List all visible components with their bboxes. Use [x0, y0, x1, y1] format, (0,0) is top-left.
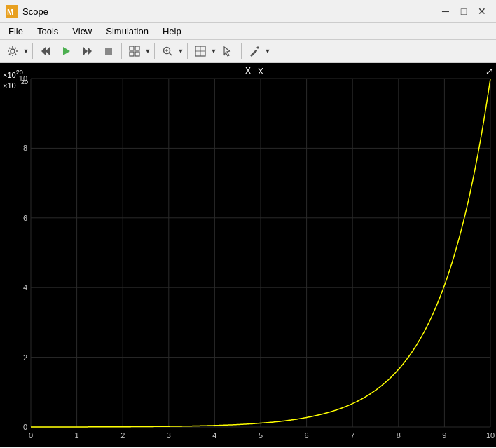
- rewind-button[interactable]: [36, 42, 55, 60]
- menu-bar: File Tools View Simulation Help: [0, 23, 496, 40]
- step-forward-icon: [82, 46, 93, 56]
- svg-point-2: [11, 49, 15, 53]
- stop-icon: [104, 46, 113, 56]
- svg-rect-9: [130, 46, 134, 50]
- stop-button[interactable]: [99, 42, 118, 60]
- window-title: Scope: [22, 6, 48, 17]
- svg-marker-7: [88, 47, 92, 55]
- edit-icon: [249, 46, 260, 57]
- signal-selector-button[interactable]: [125, 42, 144, 60]
- zoom-dropdown-arrow[interactable]: ▼: [177, 42, 184, 60]
- scale-icon: [195, 46, 206, 57]
- zoom-group: ▼: [158, 42, 184, 60]
- edit-group: ▼: [244, 42, 271, 60]
- menu-tools[interactable]: Tools: [32, 25, 64, 38]
- toolbar: ▼ ▼: [0, 40, 496, 63]
- svg-rect-10: [135, 46, 139, 50]
- edit-dropdown-arrow[interactable]: ▼: [264, 42, 271, 60]
- separator-5: [241, 43, 242, 59]
- menu-file[interactable]: File: [3, 25, 29, 38]
- play-icon: [61, 46, 72, 56]
- zoom-button[interactable]: [158, 42, 177, 60]
- scale-button[interactable]: [191, 42, 210, 60]
- settings-dropdown-arrow[interactable]: ▼: [22, 42, 29, 60]
- cursor-button[interactable]: [219, 42, 238, 60]
- title-bar: M Scope ─ □ ✕: [0, 0, 496, 23]
- svg-marker-5: [63, 47, 70, 55]
- svg-rect-11: [130, 52, 134, 56]
- zoom-icon: [162, 46, 173, 57]
- play-button[interactable]: [57, 42, 76, 60]
- menu-view[interactable]: View: [67, 25, 97, 38]
- x-axis-label: X: [245, 66, 251, 76]
- step-forward-button[interactable]: [78, 42, 97, 60]
- scale-dropdown-arrow[interactable]: ▼: [210, 42, 217, 60]
- title-buttons: ─ □ ✕: [437, 4, 490, 18]
- y-scale-label: ×1020: [3, 69, 23, 79]
- signal-selector-icon: [129, 46, 140, 57]
- menu-simulation[interactable]: Simulation: [100, 25, 154, 38]
- svg-line-14: [170, 53, 172, 56]
- svg-rect-12: [135, 52, 139, 56]
- scope-canvas: [0, 63, 496, 447]
- edit-button[interactable]: [244, 42, 264, 60]
- separator-2: [121, 43, 122, 59]
- minimize-button[interactable]: ─: [437, 4, 454, 18]
- svg-marker-4: [46, 47, 50, 55]
- maximize-button[interactable]: □: [455, 4, 472, 18]
- title-left: M Scope: [6, 5, 48, 18]
- svg-marker-3: [41, 47, 46, 55]
- signal-group: ▼: [125, 42, 151, 60]
- scale-group: ▼: [191, 42, 217, 60]
- gear-icon: [7, 46, 18, 57]
- svg-rect-8: [105, 48, 112, 55]
- scope-body: X ×1020 ⤢: [0, 63, 496, 447]
- svg-text:M: M: [7, 8, 13, 16]
- separator-4: [187, 43, 188, 59]
- separator-1: [32, 43, 33, 59]
- svg-marker-20: [224, 47, 230, 56]
- cursor-icon: [223, 46, 234, 57]
- separator-3: [154, 43, 155, 59]
- svg-marker-6: [83, 47, 88, 55]
- fullscreen-button[interactable]: ⤢: [485, 66, 493, 76]
- rewind-icon: [40, 46, 51, 56]
- signal-dropdown-arrow[interactable]: ▼: [144, 42, 151, 60]
- plot-area: X ×1020 ⤢: [0, 63, 496, 447]
- matlab-icon: M: [6, 5, 18, 18]
- menu-help[interactable]: Help: [157, 25, 187, 38]
- close-button[interactable]: ✕: [474, 4, 490, 18]
- settings-button[interactable]: [3, 42, 22, 60]
- settings-group: ▼: [3, 42, 29, 60]
